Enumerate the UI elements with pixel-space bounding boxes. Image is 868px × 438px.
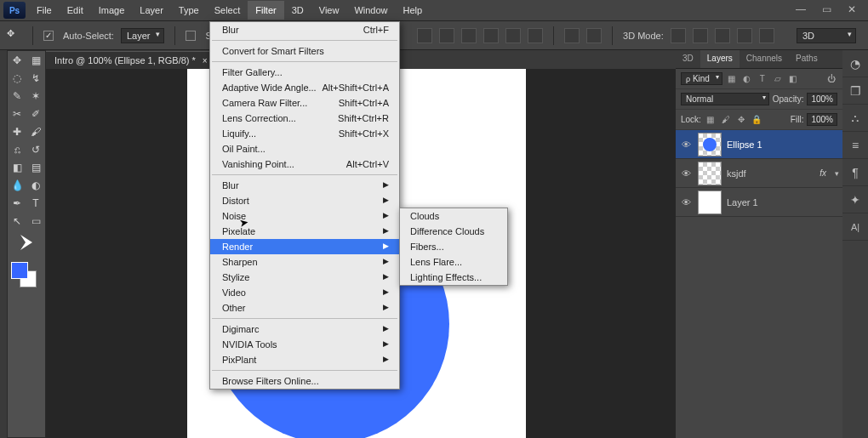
- panel-icon[interactable]: ≡: [842, 132, 868, 159]
- visibility-icon[interactable]: 👁: [679, 168, 693, 179]
- shape-tool[interactable]: ▭: [26, 212, 45, 230]
- filter-toggle-icon[interactable]: ⏻: [825, 73, 837, 85]
- align-icon[interactable]: [528, 28, 543, 43]
- move-tool[interactable]: ✥: [8, 51, 26, 69]
- filter-type-icon[interactable]: T: [757, 73, 768, 85]
- panel-icon[interactable]: ¶: [842, 159, 868, 186]
- visibility-icon[interactable]: 👁: [679, 139, 693, 150]
- menu-window[interactable]: Window: [346, 1, 395, 20]
- panel-tab-paths[interactable]: Paths: [789, 50, 825, 68]
- submenu-item[interactable]: Difference Clouds: [400, 224, 507, 239]
- maximize-button[interactable]: ▭: [814, 3, 839, 16]
- layer-row[interactable]: 👁Layer 1: [676, 188, 842, 217]
- menu-item[interactable]: Pixelate▶: [210, 224, 399, 239]
- menu-item[interactable]: BlurCtrl+F: [210, 22, 399, 37]
- menu-item[interactable]: Stylize▶: [210, 270, 399, 285]
- submenu-item[interactable]: Fibers...: [400, 239, 507, 254]
- quick-select-tool[interactable]: ✎: [8, 87, 26, 105]
- align-icon[interactable]: [439, 28, 454, 43]
- gradient-tool[interactable]: ▤: [26, 158, 45, 176]
- opacity-value[interactable]: 100%: [807, 93, 837, 105]
- eraser-tool[interactable]: ◧: [8, 158, 26, 176]
- submenu-item[interactable]: Clouds: [400, 208, 507, 224]
- submenu-item[interactable]: Lighting Effects...: [400, 270, 507, 285]
- filter-smart-icon[interactable]: ◧: [787, 73, 799, 85]
- auto-select-target[interactable]: Layer: [121, 28, 165, 43]
- fx-badge[interactable]: fx: [819, 168, 826, 178]
- menu-item[interactable]: Adaptive Wide Angle...Alt+Shift+Ctrl+A: [210, 80, 399, 95]
- menu-item[interactable]: Lens Correction...Shift+Ctrl+R: [210, 111, 399, 126]
- eyedropper-tool[interactable]: ✐: [26, 105, 45, 122]
- panel-icon[interactable]: ⛬: [842, 105, 868, 132]
- panel-tab-layers[interactable]: Layers: [700, 50, 740, 68]
- menu-item[interactable]: Vanishing Point...Alt+Ctrl+V: [210, 156, 399, 172]
- visibility-icon[interactable]: 👁: [679, 197, 693, 208]
- healing-tool[interactable]: ✚: [8, 122, 26, 140]
- panel-tab-3d[interactable]: 3D: [676, 50, 700, 68]
- menu-item[interactable]: Camera Raw Filter...Shift+Ctrl+A: [210, 95, 399, 111]
- align-icon[interactable]: [505, 28, 521, 43]
- 3d-icon[interactable]: [737, 28, 752, 43]
- history-brush-tool[interactable]: ↺: [26, 140, 45, 158]
- filter-adj-icon[interactable]: ◐: [741, 73, 753, 85]
- menu-image[interactable]: Image: [91, 1, 133, 20]
- menu-item[interactable]: PixPlant▶: [210, 352, 399, 367]
- align-icon[interactable]: [461, 28, 477, 43]
- 3d-icon[interactable]: [715, 28, 730, 43]
- filter-shape-icon[interactable]: ▱: [772, 73, 784, 85]
- crop-tool[interactable]: ✂: [8, 105, 26, 122]
- menu-item[interactable]: Liquify...Shift+Ctrl+X: [210, 126, 399, 141]
- expand-fx-icon[interactable]: ▾: [835, 169, 839, 178]
- lock-position-icon[interactable]: ✥: [735, 114, 747, 126]
- align-icon[interactable]: [483, 28, 499, 43]
- align-icon[interactable]: [417, 28, 432, 43]
- layer-row[interactable]: 👁ksjdffx▾: [676, 159, 842, 188]
- fill-value[interactable]: 100%: [807, 113, 837, 126]
- distribute-icon[interactable]: [564, 28, 580, 43]
- menu-item[interactable]: Distort▶: [210, 193, 399, 208]
- layer-row[interactable]: 👁Ellipse 1: [676, 130, 842, 159]
- lock-pixels-icon[interactable]: 🖌: [720, 114, 732, 126]
- auto-select-checkbox[interactable]: [43, 31, 54, 41]
- layer-thumbnail[interactable]: [698, 162, 722, 185]
- layer-thumbnail[interactable]: [698, 133, 722, 156]
- brush-tool[interactable]: 🖌: [26, 122, 45, 140]
- menu-item[interactable]: Blur▶: [210, 178, 399, 193]
- panel-icon[interactable]: ❐: [842, 77, 868, 105]
- menu-edit[interactable]: Edit: [60, 1, 91, 20]
- close-tab-icon[interactable]: ×: [203, 56, 208, 65]
- panel-icon[interactable]: ◔: [842, 50, 868, 77]
- pen-tool[interactable]: ✒: [8, 194, 26, 212]
- dodge-tool[interactable]: ◐: [26, 176, 45, 194]
- panel-icon[interactable]: A|: [842, 213, 868, 241]
- distribute-icon[interactable]: [586, 28, 602, 43]
- menu-item[interactable]: Convert for Smart Filters: [210, 43, 399, 59]
- menu-item[interactable]: NVIDIA Tools▶: [210, 337, 399, 352]
- menu-help[interactable]: Help: [396, 1, 431, 20]
- workspace-select[interactable]: 3D: [797, 28, 856, 43]
- menu-item[interactable]: Video▶: [210, 285, 399, 300]
- menu-item[interactable]: Browse Filters Online...: [210, 373, 399, 389]
- 3d-icon[interactable]: [693, 28, 708, 43]
- lock-transparency-icon[interactable]: ▦: [705, 114, 717, 126]
- color-swatch[interactable]: [8, 260, 42, 287]
- menu-item[interactable]: Filter Gallery...: [210, 65, 399, 80]
- menu-filter[interactable]: Filter: [248, 1, 283, 20]
- clone-tool[interactable]: ⎌: [8, 140, 26, 158]
- type-tool[interactable]: T: [26, 194, 45, 212]
- submenu-item[interactable]: Lens Flare...: [400, 254, 507, 270]
- panel-icon[interactable]: ✦: [842, 186, 868, 213]
- panel-tab-channels[interactable]: Channels: [740, 50, 789, 68]
- minimize-button[interactable]: —: [788, 3, 814, 16]
- menu-item[interactable]: Oil Paint...: [210, 141, 399, 156]
- filter-pixel-icon[interactable]: ▦: [726, 73, 738, 85]
- menu-file[interactable]: File: [29, 1, 60, 20]
- menu-type[interactable]: Type: [171, 1, 207, 20]
- document-tab[interactable]: Intro @ 100% (Ellipse 1, RGB/8) *×: [46, 51, 216, 69]
- 3d-icon[interactable]: [759, 28, 774, 43]
- menu-layer[interactable]: Layer: [132, 1, 171, 20]
- menu-item[interactable]: Other▶: [210, 300, 399, 316]
- blend-mode-select[interactable]: Normal: [681, 93, 769, 105]
- 3d-icon[interactable]: [671, 28, 686, 43]
- show-transform-checkbox[interactable]: [186, 31, 196, 41]
